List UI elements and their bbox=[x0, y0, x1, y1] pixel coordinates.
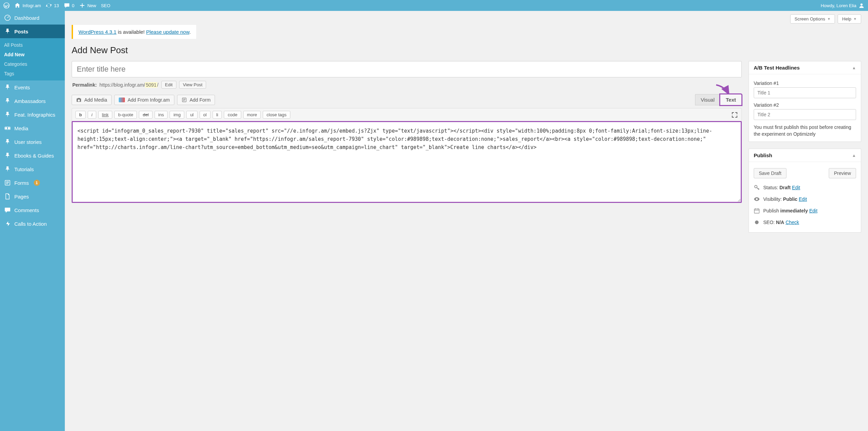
sidebar-item-media[interactable]: Media bbox=[0, 121, 65, 135]
publish-metabox: Publish ▲ Save Draft Preview Status: Dra… bbox=[749, 149, 861, 233]
fullscreen-icon[interactable] bbox=[731, 112, 738, 118]
quicktag-more[interactable]: more bbox=[243, 111, 261, 119]
variation1-input[interactable] bbox=[754, 87, 856, 98]
comment-icon bbox=[4, 207, 11, 213]
update-version-link[interactable]: WordPress 4.3.1 bbox=[78, 29, 116, 35]
sidebar-item-ebooks-guides[interactable]: Ebooks & Guides bbox=[0, 149, 65, 162]
update-count: 13 bbox=[54, 3, 59, 8]
variation2-input[interactable] bbox=[754, 109, 856, 120]
comment-count: 0 bbox=[72, 3, 74, 8]
comment-icon bbox=[64, 2, 70, 9]
submenu-item-add-new[interactable]: Add New bbox=[0, 50, 65, 59]
sidebar-item-pages[interactable]: Pages bbox=[0, 190, 65, 203]
quicktag-li[interactable]: li bbox=[213, 111, 222, 119]
key-icon bbox=[754, 184, 760, 191]
sidebar-item-label: Dashboard bbox=[14, 15, 39, 21]
pin-icon bbox=[4, 166, 11, 173]
submenu-item-categories[interactable]: Categories bbox=[0, 59, 65, 69]
pin-icon bbox=[4, 84, 11, 91]
quicktag-code[interactable]: code bbox=[224, 111, 241, 119]
permalink-row: Permalink: https://blog.infogr.am/5091/ … bbox=[72, 77, 742, 92]
sidebar-item-forms[interactable]: Forms1 bbox=[0, 176, 65, 190]
edit-permalink-button[interactable]: Edit bbox=[161, 81, 176, 89]
toggle-icon[interactable]: ▲ bbox=[852, 153, 856, 158]
edit-visibility-link[interactable]: Edit bbox=[799, 196, 807, 202]
svg-point-10 bbox=[755, 221, 759, 224]
admin-sidebar: DashboardPostsAll PostsAdd NewCategories… bbox=[0, 11, 65, 431]
quicktag-ul[interactable]: ul bbox=[186, 111, 197, 119]
content-textarea[interactable] bbox=[72, 121, 742, 203]
quicktag-img[interactable]: img bbox=[170, 111, 184, 119]
add-form-button[interactable]: Add Form bbox=[177, 95, 215, 105]
submenu-item-all-posts[interactable]: All Posts bbox=[0, 40, 65, 50]
home-icon bbox=[14, 2, 20, 9]
quicktag-ins[interactable]: ins bbox=[155, 111, 168, 119]
media-icon bbox=[4, 125, 11, 132]
quicktag-link[interactable]: link bbox=[98, 111, 113, 119]
preview-button[interactable]: Preview bbox=[829, 168, 856, 178]
sidebar-item-tutorials[interactable]: Tutorials bbox=[0, 162, 65, 176]
variation1-label: Variation #1 bbox=[754, 80, 856, 86]
text-tab[interactable]: Text bbox=[720, 94, 742, 105]
infogram-icon bbox=[119, 98, 125, 102]
svg-point-3 bbox=[5, 127, 7, 129]
sidebar-item-events[interactable]: Events bbox=[0, 80, 65, 94]
calendar-icon bbox=[754, 208, 760, 214]
wp-logo-icon[interactable] bbox=[3, 2, 10, 9]
sidebar-item-label: Comments bbox=[14, 207, 39, 213]
edit-schedule-link[interactable]: Edit bbox=[809, 208, 818, 213]
comments-link[interactable]: 0 bbox=[64, 2, 74, 9]
sidebar-item-ambassadors[interactable]: Ambassadors bbox=[0, 94, 65, 108]
sidebar-item-calls-to-action[interactable]: Calls to Action bbox=[0, 217, 65, 231]
pin-icon bbox=[4, 28, 11, 35]
seo-link[interactable]: SEO bbox=[101, 3, 110, 8]
action-icon bbox=[4, 220, 11, 227]
svg-point-8 bbox=[755, 185, 757, 188]
sidebar-item-comments[interactable]: Comments bbox=[0, 203, 65, 217]
sidebar-item-label: Events bbox=[14, 85, 30, 90]
help-tab[interactable]: Help ▼ bbox=[838, 14, 861, 24]
visual-tab[interactable]: Visual bbox=[695, 94, 720, 105]
sidebar-item-feat-infographics[interactable]: Feat. Infographics bbox=[0, 108, 65, 121]
quicktag-b-quote[interactable]: b-quote bbox=[114, 111, 137, 119]
sidebar-item-dashboard[interactable]: Dashboard bbox=[0, 11, 65, 25]
sidebar-item-posts[interactable]: Posts bbox=[0, 25, 65, 38]
sidebar-submenu: All PostsAdd NewCategoriesTags bbox=[0, 38, 65, 80]
quicktag-i[interactable]: i bbox=[88, 111, 96, 119]
quicktag-b[interactable]: b bbox=[75, 111, 86, 119]
quicktag-close-tags[interactable]: close tags bbox=[263, 111, 290, 119]
new-content-link[interactable]: New bbox=[79, 2, 96, 9]
svg-point-1 bbox=[860, 3, 863, 5]
variation2-label: Variation #2 bbox=[754, 102, 856, 108]
content-area: Screen Options ▼ Help ▼ WordPress 4.3.1 … bbox=[65, 11, 868, 431]
view-post-button[interactable]: View Post bbox=[179, 81, 206, 89]
save-draft-button[interactable]: Save Draft bbox=[754, 168, 786, 178]
quicktag-ol[interactable]: ol bbox=[200, 111, 211, 119]
add-media-button[interactable]: Add Media bbox=[72, 95, 112, 105]
seo-check-link[interactable]: Check bbox=[785, 220, 799, 225]
page-title: Add New Post bbox=[72, 45, 861, 56]
post-title-input[interactable] bbox=[72, 61, 742, 77]
admin-bar-left: Infogr.am 13 0 New SEO bbox=[3, 2, 110, 9]
pin-icon bbox=[4, 111, 11, 118]
form-icon bbox=[182, 97, 187, 103]
admin-bar-right: Howdy, Loren Elia bbox=[821, 2, 865, 9]
toggle-icon[interactable]: ▲ bbox=[852, 65, 856, 70]
site-home-link[interactable]: Infogr.am bbox=[14, 2, 41, 9]
edit-status-link[interactable]: Edit bbox=[792, 185, 800, 190]
site-name: Infogr.am bbox=[23, 3, 41, 8]
screen-options-tab[interactable]: Screen Options ▼ bbox=[790, 14, 835, 24]
sidebar-item-label: Ebooks & Guides bbox=[14, 153, 54, 159]
update-now-link[interactable]: Please update now bbox=[146, 29, 189, 35]
quicktag-del[interactable]: del bbox=[139, 111, 152, 119]
add-infogram-button[interactable]: Add From Infogr.am bbox=[114, 95, 174, 105]
submenu-item-tags[interactable]: Tags bbox=[0, 69, 65, 78]
sidebar-item-label: Calls to Action bbox=[14, 221, 47, 227]
sidebar-item-user-stories[interactable]: User stories bbox=[0, 135, 65, 149]
account-link[interactable]: Howdy, Loren Elia bbox=[821, 2, 865, 9]
page-icon bbox=[4, 193, 11, 200]
dashboard-icon bbox=[4, 14, 11, 21]
eye-icon bbox=[754, 196, 760, 202]
updates-link[interactable]: 13 bbox=[46, 2, 59, 9]
permalink-url: https://blog.infogr.am/5091/ bbox=[100, 82, 159, 88]
